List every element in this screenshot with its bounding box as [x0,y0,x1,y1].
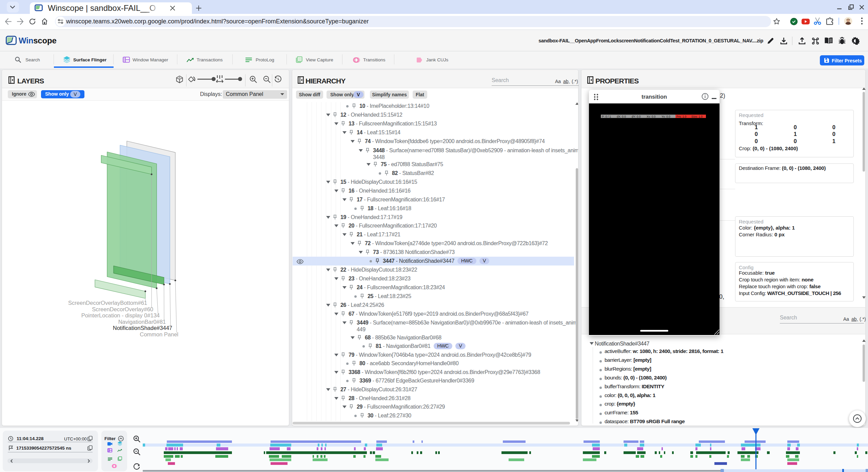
svg-text:ScreenDecorOverlayBottom#61: ScreenDecorOverlayBottom#61 [68,300,147,306]
svg-text:ScreenDecorOverlay#60: ScreenDecorOverlay#60 [92,306,153,312]
svg-text:PointerLocation - display 0#13: PointerLocation - display 0#134 [81,312,160,318]
svg-text:NavigationBar0#81: NavigationBar0#81 [118,319,166,325]
svg-text:NotificationShade#3447: NotificationShade#3447 [113,325,172,331]
svg-text:Common Panel: Common Panel [140,331,178,337]
